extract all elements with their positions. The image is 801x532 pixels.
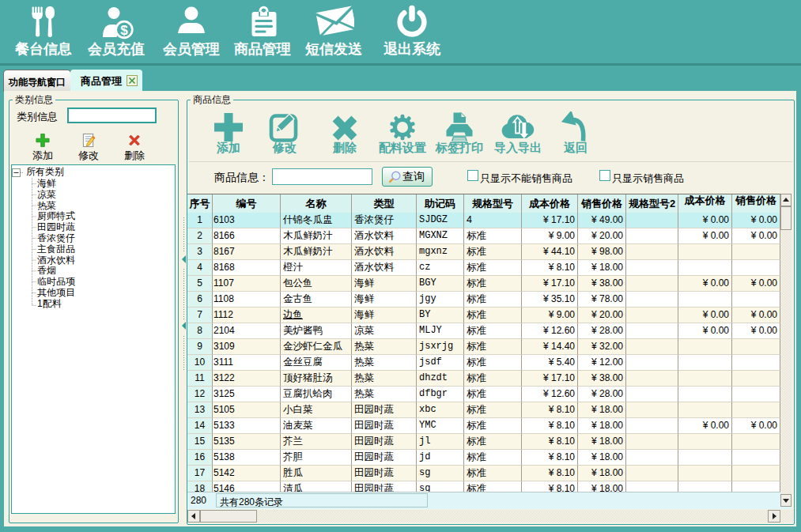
svg-text:$: $ bbox=[120, 23, 128, 38]
